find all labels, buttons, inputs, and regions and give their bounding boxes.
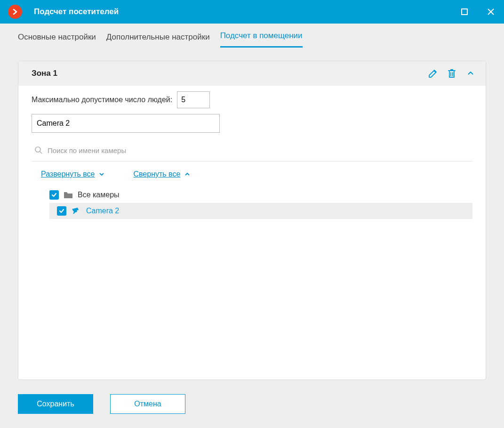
svg-point-1 bbox=[35, 147, 40, 152]
camera-search-row[interactable]: Поиск по имени камеры bbox=[32, 144, 472, 161]
close-icon bbox=[487, 8, 495, 16]
tabs-bar: Основные настройки Дополнительные настро… bbox=[0, 24, 504, 48]
search-icon bbox=[34, 146, 43, 154]
footer: Сохранить Отмена bbox=[0, 380, 504, 428]
tree-root-row[interactable]: Все камеры bbox=[49, 187, 472, 203]
zone-title: Зона 1 bbox=[32, 69, 421, 78]
app-icon bbox=[8, 5, 22, 19]
check-icon bbox=[51, 192, 57, 198]
title-bar: Подсчет посетителей bbox=[0, 0, 504, 24]
edit-zone-button[interactable] bbox=[426, 67, 440, 80]
camera-icon bbox=[71, 207, 81, 215]
tree-child-row[interactable]: Camera 2 bbox=[49, 203, 472, 219]
content-area: Зона 1 Максимально допустимое число люде… bbox=[0, 48, 504, 380]
tab-basic-settings[interactable]: Основные настройки bbox=[18, 29, 96, 48]
tab-additional-settings[interactable]: Дополнительные настройки bbox=[106, 29, 210, 48]
zone-body: Максимально допустимое число людей: Поис… bbox=[18, 86, 486, 219]
tree-child-label: Camera 2 bbox=[86, 207, 119, 215]
maximize-button[interactable] bbox=[451, 0, 478, 24]
collapse-zone-button[interactable] bbox=[464, 67, 477, 80]
close-button[interactable] bbox=[478, 0, 504, 24]
camera-tree: Все камеры Camera 2 bbox=[32, 184, 472, 219]
save-button[interactable]: Сохранить bbox=[18, 394, 93, 414]
chevron-down-icon bbox=[98, 171, 105, 178]
cancel-button[interactable]: Отмена bbox=[110, 394, 185, 414]
root-checkbox[interactable] bbox=[49, 190, 59, 200]
trash-icon bbox=[447, 68, 456, 79]
zone-panel: Зона 1 Максимально допустимое число люде… bbox=[18, 61, 486, 380]
svg-line-2 bbox=[40, 152, 42, 153]
check-icon bbox=[58, 208, 65, 214]
maximize-icon bbox=[461, 8, 468, 15]
max-people-row: Максимально допустимое число людей: bbox=[32, 91, 472, 108]
collapse-all-label: Свернуть все bbox=[133, 170, 180, 178]
collapse-all-link[interactable]: Свернуть все bbox=[133, 170, 191, 178]
window-title: Подсчет посетителей bbox=[34, 7, 119, 16]
child-checkbox[interactable] bbox=[57, 206, 66, 216]
camera-name-input[interactable] bbox=[32, 114, 220, 133]
expand-collapse-row: Развернуть все Свернуть все bbox=[32, 162, 472, 184]
folder-icon bbox=[64, 191, 73, 199]
pencil-icon bbox=[428, 68, 438, 79]
max-people-label: Максимально допустимое число людей: bbox=[32, 96, 172, 104]
tab-room-counting[interactable]: Подсчет в помещении bbox=[220, 27, 303, 48]
chevron-up-icon bbox=[184, 171, 191, 178]
tree-root-label: Все камеры bbox=[78, 191, 120, 199]
chevron-up-icon bbox=[467, 70, 474, 77]
delete-zone-button[interactable] bbox=[445, 67, 458, 80]
zone-header: Зона 1 bbox=[18, 61, 486, 86]
expand-all-label: Развернуть все bbox=[41, 170, 95, 178]
svg-rect-0 bbox=[462, 9, 467, 15]
camera-search-placeholder: Поиск по имени камеры bbox=[48, 146, 126, 154]
expand-all-link[interactable]: Развернуть все bbox=[41, 170, 105, 178]
max-people-input[interactable] bbox=[177, 91, 210, 108]
